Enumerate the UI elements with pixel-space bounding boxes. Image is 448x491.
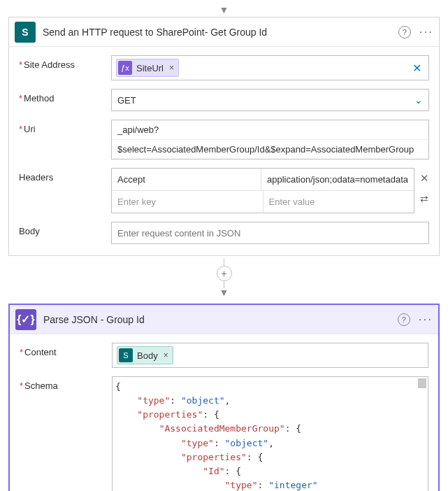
- clear-icon[interactable]: ✕: [410, 62, 424, 75]
- site-address-input[interactable]: ƒx SiteUrl × ✕: [111, 55, 429, 80]
- uri-line1: _api/web?: [112, 120, 428, 139]
- token-text: SiteUrl: [136, 63, 164, 73]
- switch-mode-icon[interactable]: ⇄: [420, 193, 429, 204]
- header-value-input[interactable]: Enter value: [263, 191, 414, 213]
- help-icon[interactable]: ?: [398, 313, 410, 326]
- scroll-up[interactable]: [418, 378, 426, 388]
- parse-json-icon: {✓}: [15, 309, 36, 330]
- more-icon[interactable]: ···: [419, 313, 433, 327]
- site-address-label: Site Address: [19, 55, 111, 70]
- parse-card-header[interactable]: {✓} Parse JSON - Group Id ? ···: [10, 305, 438, 334]
- header-value[interactable]: application/json;odata=nometadata: [261, 169, 414, 190]
- body-token[interactable]: S Body ×: [117, 346, 173, 364]
- sp-card-header[interactable]: S Send an HTTP request to SharePoint- Ge…: [9, 17, 439, 47]
- token-text: Body: [137, 350, 158, 361]
- headers-row: Accept application/json;odata=nometadata: [112, 169, 414, 190]
- sharepoint-icon: S: [15, 22, 36, 43]
- fx-icon: ƒx: [118, 61, 132, 75]
- uri-input[interactable]: _api/web? $select=AssociatedMemberGroup/…: [111, 120, 429, 159]
- chevron-down-icon: ⌄: [414, 94, 423, 106]
- header-key-input[interactable]: Enter key: [112, 191, 263, 213]
- flow-arrow-top: ▼: [8, 4, 440, 15]
- parse-json-action-card: {✓} Parse JSON - Group Id ? ··· Content …: [8, 304, 440, 491]
- header-key[interactable]: Accept: [112, 169, 261, 190]
- add-step-button[interactable]: +: [217, 266, 232, 281]
- token-remove-icon[interactable]: ×: [169, 63, 174, 73]
- headers-label: Headers: [19, 168, 111, 183]
- schema-text[interactable]: { "type": "object", "properties": { "Ass…: [115, 380, 424, 491]
- headers-table: Accept application/json;odata=nometadata…: [111, 168, 414, 213]
- token-remove-icon[interactable]: ×: [164, 350, 168, 360]
- schema-label: Schema: [20, 376, 112, 391]
- uri-label: Uri: [19, 120, 111, 134]
- body-input[interactable]: [111, 222, 429, 244]
- method-value: GET: [117, 95, 136, 106]
- help-icon[interactable]: ?: [398, 26, 411, 38]
- content-label: Content: [20, 343, 112, 357]
- body-label: Body: [19, 222, 111, 236]
- method-select[interactable]: GET ⌄: [111, 89, 429, 111]
- content-input[interactable]: S Body ×: [112, 343, 428, 368]
- remove-header-icon[interactable]: ✕: [420, 172, 429, 185]
- sp-http-action-card: S Send an HTTP request to SharePoint- Ge…: [8, 17, 440, 256]
- parse-card-title: Parse JSON - Group Id: [43, 314, 398, 325]
- sharepoint-icon: S: [119, 348, 133, 362]
- method-label: Method: [19, 89, 111, 104]
- sp-card-title: Send an HTTP request to SharePoint- Get …: [43, 27, 398, 38]
- uri-line2: $select=AssociatedMemberGroup/Id&$expand…: [112, 139, 428, 159]
- flow-connector: + ▼: [8, 259, 440, 298]
- schema-input[interactable]: { "type": "object", "properties": { "Ass…: [112, 376, 428, 491]
- more-icon[interactable]: ···: [419, 25, 433, 39]
- site-url-token[interactable]: ƒx SiteUrl ×: [116, 59, 179, 77]
- headers-row-empty: Enter key Enter value: [112, 190, 414, 213]
- flow-arrow-icon: ▼: [219, 287, 229, 298]
